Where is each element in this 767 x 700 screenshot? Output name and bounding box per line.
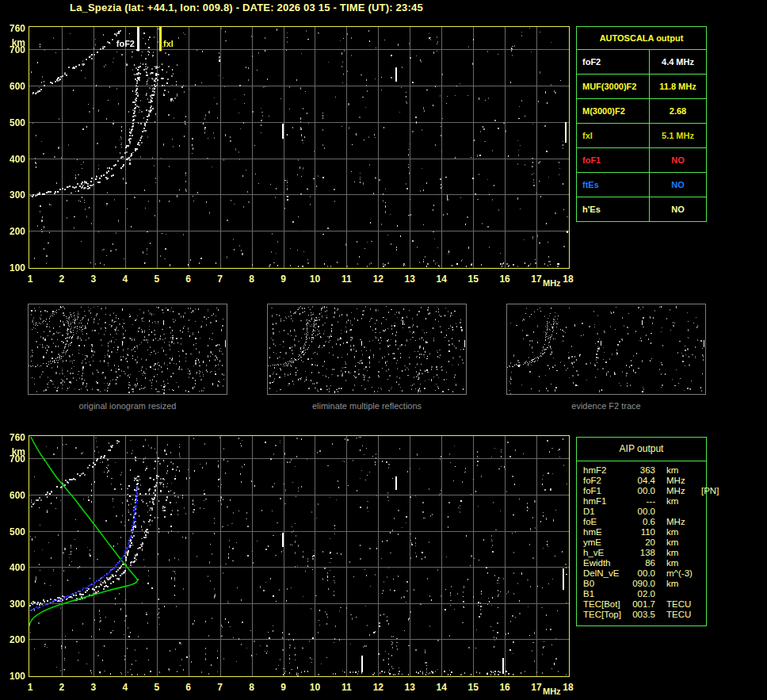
aip-value: 363 xyxy=(627,465,655,476)
aip-value: 138 xyxy=(627,548,655,558)
y-tick-label: 300 xyxy=(2,189,25,201)
x-tick-label: 14 xyxy=(433,273,450,285)
aip-table-body: hmF2363kmfoF204.4MHzfoF100.0MHz[PN]hmF1-… xyxy=(577,461,706,620)
aip-note xyxy=(696,465,706,476)
y-tick-label: 100 xyxy=(2,671,25,682)
aip-unit: km xyxy=(655,579,696,589)
autoscala-param-value: NO xyxy=(650,197,706,221)
fof2-marker-label: foF2 xyxy=(105,39,135,48)
aip-value: 110 xyxy=(627,527,655,537)
aip-param: Ewidth xyxy=(583,558,627,568)
x-tick-label: 13 xyxy=(401,273,418,285)
x-tick-label: 4 xyxy=(116,273,134,285)
y-axis-unit-label: km xyxy=(2,37,25,48)
aip-value: 20 xyxy=(627,537,655,548)
aip-row-TEC[Bot]: TEC[Bot]001.7TECU xyxy=(583,599,706,610)
aip-param: foF1 xyxy=(583,486,627,496)
aip-param: hmF2 xyxy=(583,465,627,476)
aip-value: 003.5 xyxy=(627,610,655,620)
aip-unit: m^(-3) xyxy=(655,568,696,579)
y-tick-label: 600 xyxy=(2,81,25,92)
autoscala-row-fxI: fxI5.1 MHz xyxy=(577,124,706,148)
aip-note xyxy=(696,496,706,507)
aip-unit: TECU xyxy=(655,610,696,620)
aip-note xyxy=(696,610,706,620)
autoscala-output-page: La_Spezia (lat: +44.1, lon: 009.8) - DAT… xyxy=(0,0,767,700)
autoscala-table-body: foF24.4 MHzMUF(3000)F211.8 MHzM(3000)F22… xyxy=(577,50,706,221)
autoscala-param-label: foF1 xyxy=(577,148,650,172)
thumbnail-evidence-f2-trace xyxy=(506,304,706,395)
y-tick-label: 200 xyxy=(2,226,25,237)
autoscala-param-label: MUF(3000)F2 xyxy=(577,75,650,98)
autoscala-param-value: NO xyxy=(650,173,706,197)
autoscala-param-value: 2.68 xyxy=(650,99,706,123)
aip-param: D1 xyxy=(583,507,627,517)
aip-param: TEC[Top] xyxy=(583,610,627,620)
x-tick-label: 15 xyxy=(464,682,482,693)
aip-row-Ewidth: Ewidth86km xyxy=(583,558,706,568)
autoscala-param-label: M(3000)F2 xyxy=(577,99,650,123)
aip-row-foE: foE0.6MHz xyxy=(583,517,706,527)
x-tick-label: 8 xyxy=(243,273,261,285)
x-tick-label: 6 xyxy=(180,682,197,693)
aip-param: hmE xyxy=(583,527,627,537)
autoscala-row-M(3000)F2: M(3000)F22.68 xyxy=(577,99,706,124)
aip-unit: km xyxy=(655,496,696,507)
aip-row-TEC[Top]: TEC[Top]003.5TECU xyxy=(583,610,706,620)
aip-note xyxy=(696,507,706,517)
x-tick-label: 11 xyxy=(338,682,355,693)
y-tick-label: 500 xyxy=(2,117,25,128)
x-tick-label: 14 xyxy=(433,682,450,693)
y-tick-label: 400 xyxy=(2,562,25,573)
x-tick-label: 7 xyxy=(212,273,229,285)
aip-note xyxy=(696,517,706,527)
x-tick-label: 1 xyxy=(21,682,39,693)
x-tick-label: 12 xyxy=(369,682,387,693)
aip-param: B1 xyxy=(583,589,627,599)
profile-ionogram-canvas xyxy=(29,435,570,677)
thumbnail-original-ionogram xyxy=(28,304,227,395)
x-tick-label: 5 xyxy=(148,682,166,693)
x-tick-label: 16 xyxy=(496,273,513,285)
x-tick-label: 5 xyxy=(148,273,166,285)
main-ionogram-canvas xyxy=(29,26,570,269)
y-tick-label: 300 xyxy=(2,599,25,610)
aip-unit: MHz xyxy=(655,476,696,486)
autoscala-table-title: AUTOSCALA output xyxy=(577,27,706,50)
aip-note xyxy=(696,476,706,486)
y-tick-label: 200 xyxy=(2,634,25,645)
x-tick-label: 9 xyxy=(275,273,292,285)
autoscala-row-foF2: foF24.4 MHz xyxy=(577,50,706,75)
x-tick-label: 11 xyxy=(338,273,355,285)
aip-note: [PN] xyxy=(696,486,719,496)
aip-row-B1: B102.0 xyxy=(583,589,706,599)
x-tick-label: 18 xyxy=(559,682,577,693)
autoscala-param-value: 4.4 MHz xyxy=(650,50,706,74)
aip-value: 001.7 xyxy=(627,599,655,610)
aip-row-hmF1: hmF1---km xyxy=(583,496,706,507)
thumbnail-eliminate-reflections xyxy=(267,304,467,395)
thumbnail-caption-evidence: evidence F2 trace xyxy=(571,401,640,411)
x-tick-label: 10 xyxy=(306,273,323,285)
y-axis-unit-label: km xyxy=(2,446,25,457)
aip-unit: km xyxy=(655,537,696,548)
aip-unit: km xyxy=(655,465,696,476)
aip-unit: TECU xyxy=(655,599,696,610)
x-tick-label: 9 xyxy=(275,682,292,693)
aip-unit xyxy=(655,589,696,599)
aip-note xyxy=(696,558,706,568)
aip-param: foE xyxy=(583,517,627,527)
y-tick-label: 100 xyxy=(2,262,25,273)
aip-param: h_vE xyxy=(583,548,627,558)
autoscala-row-MUF(3000)F2: MUF(3000)F211.8 MHz xyxy=(577,75,706,99)
autoscala-param-value: 11.8 MHz xyxy=(650,75,706,98)
aip-note xyxy=(696,568,706,579)
aip-note xyxy=(696,527,706,537)
thumbnail-caption-eliminate: eliminate multiple reflections xyxy=(312,401,422,411)
aip-row-D1: D100.0 xyxy=(583,507,706,517)
aip-unit: km xyxy=(655,527,696,537)
autoscala-param-label: ftEs xyxy=(577,173,650,197)
aip-value: 86 xyxy=(627,558,655,568)
y-tick-label: 500 xyxy=(2,526,25,537)
aip-row-foF1: foF100.0MHz[PN] xyxy=(583,486,706,496)
